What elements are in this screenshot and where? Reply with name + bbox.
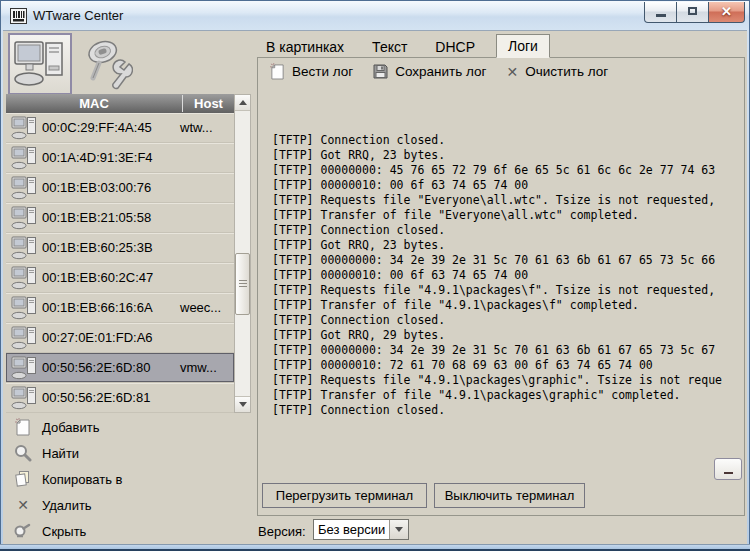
copy-icon [12, 470, 34, 488]
log-line: [TFTP] Transfer of file "4.9.1\packages\… [272, 298, 724, 313]
dropdown-button[interactable] [389, 520, 408, 539]
find-button[interactable]: Найти [6, 440, 250, 466]
reboot-terminal-button[interactable]: Перегрузить терминал [262, 483, 427, 508]
column-header-mac[interactable]: MAC [6, 96, 182, 111]
log-line: [TFTP] Connection closed. [272, 313, 724, 328]
start-log-button[interactable]: Вести лог [270, 63, 353, 80]
magnifier-icon [12, 444, 34, 462]
magnifier-off-icon [12, 522, 34, 540]
mac-cell: 00:1A:4D:91:3E:F4 [42, 150, 180, 165]
table-row[interactable]: 00:1B:EB:60:2C:47 [6, 263, 234, 293]
window-title: WTware Center [33, 1, 123, 30]
action-label: Копировать в [42, 472, 123, 487]
log-line: [TFTP] Transfer of file "Everyone\all.wt… [272, 208, 724, 223]
table-row[interactable]: 00:50:56:2E:6D:81 [6, 383, 234, 413]
tab-text[interactable]: Текст [369, 36, 410, 58]
maximize-icon [688, 7, 697, 15]
terminals-view-button[interactable] [8, 33, 72, 95]
titlebar[interactable]: WTware Center ✕ [1, 1, 749, 30]
action-label: Добавить [42, 420, 99, 435]
mac-cell: 00:0C:29:FF:4A:45 [42, 120, 180, 135]
computer-icon [6, 116, 42, 140]
log-toolbar: Вести лог Сохранить лог ✕ [270, 63, 628, 80]
table-row[interactable]: 00:1A:4D:91:3E:F4 [6, 143, 234, 173]
floppy-disk-icon [373, 64, 388, 79]
mac-cell: 00:50:56:2E:6D:80 [42, 360, 180, 375]
new-document-icon [12, 418, 34, 436]
delete-icon: ✕ [12, 497, 34, 513]
computer-icon [6, 356, 42, 380]
tools-view-button[interactable] [77, 35, 137, 93]
table-row[interactable]: 00:1B:EB:60:25:3B [6, 233, 234, 263]
tab-logs[interactable]: Логи [496, 34, 550, 58]
scroll-up-button[interactable] [235, 95, 250, 111]
list-header[interactable]: MAC Host [6, 94, 234, 113]
log-line: [TFTP] Requests file "4.9.1\packages\gra… [272, 373, 724, 388]
computer-icon [13, 40, 67, 88]
arrow-up-icon [239, 100, 247, 105]
computer-icon [6, 146, 42, 170]
dash-icon [724, 472, 733, 474]
version-value: Без версии [314, 520, 389, 539]
log-line: [TFTP] Got RRQ, 23 bytes. [272, 148, 724, 163]
action-label: Найти [42, 446, 79, 461]
poweroff-terminal-button[interactable]: Выключить терминал [434, 483, 585, 508]
version-select[interactable]: Без версии [313, 519, 409, 540]
clear-icon: ✕ [507, 64, 519, 80]
log-line: [TFTP] 00000000: 34 2e 39 2e 31 5c 70 61… [272, 343, 724, 358]
toolbar-label: Очистить лог [525, 64, 608, 79]
copy-to-button[interactable]: Копировать в [6, 466, 250, 492]
minimize-icon [656, 14, 666, 17]
clear-log-button[interactable]: ✕ Очистить лог [507, 64, 609, 80]
new-document-icon [270, 63, 285, 80]
log-line: [TFTP] Requests file "Everyone\all.wtc".… [272, 193, 724, 208]
window-controls: ✕ [645, 2, 745, 23]
table-row[interactable]: 00:27:0E:01:FD:A6 [6, 323, 234, 353]
toolbar-label: Сохранить лог [395, 64, 486, 79]
mac-cell: 00:1B:EB:66:16:6A [42, 300, 180, 315]
log-panel: Вести лог Сохранить лог ✕ [257, 57, 745, 516]
mac-cell: 00:1B:EB:03:00:76 [42, 180, 180, 195]
log-line: [TFTP] Connection closed. [272, 133, 724, 148]
table-row[interactable]: 00:50:56:2E:6D:80 vmw... [6, 353, 234, 383]
hide-button[interactable]: Скрыть [6, 518, 250, 544]
action-label: Удалить [42, 498, 92, 513]
minimize-button[interactable] [644, 2, 677, 23]
close-icon: ✕ [721, 2, 732, 21]
log-line: [TFTP] Requests file "4.9.1\packages\f".… [272, 283, 724, 298]
tab-pictures[interactable]: В картинках [263, 36, 347, 58]
close-button[interactable]: ✕ [708, 2, 745, 23]
save-log-button[interactable]: Сохранить лог [373, 64, 486, 79]
table-row[interactable]: 00:1B:EB:66:16:6A weec... [6, 293, 234, 323]
host-cell: vmw... [180, 360, 234, 375]
maximize-button[interactable] [676, 2, 709, 23]
table-row[interactable]: 00:0C:29:FF:4A:45 wtw... [6, 113, 234, 143]
computer-icon [6, 176, 42, 200]
scrollbar-thumb[interactable] [235, 253, 250, 315]
table-row[interactable]: 00:1B:EB:03:00:76 [6, 173, 234, 203]
column-header-host[interactable]: Host [182, 95, 234, 112]
action-label: Скрыть [42, 524, 86, 539]
collapse-button[interactable] [714, 458, 742, 480]
computer-icon [6, 236, 42, 260]
delete-button[interactable]: ✕ Удалить [6, 492, 250, 518]
host-cell: wtw... [180, 120, 234, 135]
app-icon [10, 8, 27, 24]
log-line: [TFTP] Connection closed. [272, 403, 724, 418]
client-area: MAC Host [3, 30, 747, 544]
table-row[interactable]: 00:1B:EB:21:05:58 [6, 203, 234, 233]
mac-cell: 00:1B:EB:21:05:58 [42, 210, 180, 225]
grip-icon [239, 280, 247, 288]
list-scrollbar[interactable] [234, 94, 251, 413]
tab-dhcp[interactable]: DHCP [432, 36, 478, 58]
scroll-down-button[interactable] [235, 396, 250, 412]
version-label: Версия: [258, 521, 306, 542]
log-line: [TFTP] 00000010: 00 6f 63 74 65 74 00 [272, 268, 724, 283]
mac-cell: 00:1B:EB:60:25:3B [42, 240, 180, 255]
add-button[interactable]: Добавить [6, 414, 250, 440]
log-line: [TFTP] Got RRQ, 23 bytes. [272, 238, 724, 253]
mac-cell: 00:27:0E:01:FD:A6 [42, 330, 180, 345]
log-line: [TFTP] 00000010: 72 61 70 68 69 63 00 6f… [272, 358, 724, 373]
chevron-down-icon [395, 527, 403, 532]
log-output[interactable]: [TFTP] Connection closed.[TFTP] Got RRQ,… [272, 88, 724, 454]
